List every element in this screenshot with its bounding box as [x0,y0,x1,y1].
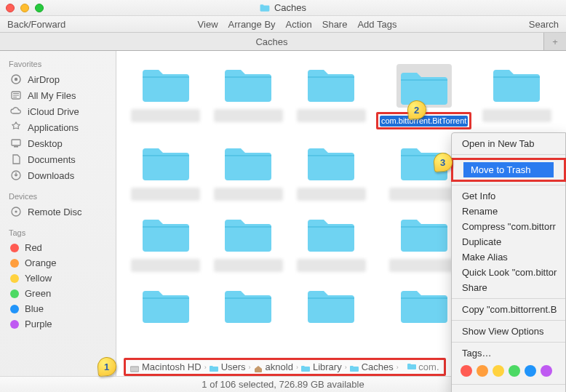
toolbar-arrange-by[interactable]: Arrange By [228,19,276,30]
path-segment[interactable]: aknold [266,361,293,372]
sidebar-item-label: Remote Disc [28,207,81,217]
folder-item[interactable] [211,143,287,201]
sidebar-item-all-my-files[interactable]: All My Files [0,87,116,103]
folder-icon [260,4,270,12]
annotation-box: Move to Trash [451,158,566,182]
sidebar-item-label: Applications [28,122,79,133]
menu-tags-row [452,361,565,381]
toolbar-share[interactable]: Share [322,19,348,30]
chevron-right-icon: › [396,364,399,371]
sidebar-item-icloud-drive[interactable]: iCloud Drive [0,103,116,119]
nav-back-forward[interactable]: Back/Forward [7,19,65,30]
toolbar: Back/Forward View Arrange By Action Shar… [0,16,566,33]
sidebar-item-applications[interactable]: Applications [0,119,116,135]
menu-share[interactable]: Share [452,280,565,295]
sidebar-tag-orange[interactable]: Orange [0,255,116,271]
folder-icon [210,364,218,371]
folder-item[interactable] [293,214,369,272]
toolbar-search[interactable]: Search [529,19,559,30]
folder-item[interactable] [211,64,287,129]
toolbar-view[interactable]: View [198,19,218,30]
sidebar-item-desktop[interactable]: Desktop [0,135,116,151]
zoom-window[interactable] [35,4,44,12]
remote-disc-icon [10,206,22,217]
tag-dot-icon [10,274,19,283]
folder-item[interactable] [479,64,554,129]
folder-icon [222,285,274,326]
close-window[interactable] [6,4,15,12]
folder-item[interactable] [211,285,287,326]
tag-color-swatch[interactable] [461,365,472,377]
folder-label-blurred [214,259,283,272]
folder-icon [398,285,450,326]
new-tab-button[interactable]: + [544,33,566,50]
tag-color-swatch[interactable] [477,365,488,377]
sidebar-item-remote-disc[interactable]: Remote Disc [0,204,116,220]
menu-services[interactable]: Services [452,388,565,392]
folder-item[interactable] [128,214,204,272]
tab-bar: Caches + [0,33,566,51]
sidebar-item-label: Red [25,242,42,253]
folder-item[interactable] [211,214,287,272]
path-segment[interactable]: Library [313,361,342,372]
menu-rename[interactable]: Rename [452,204,565,219]
chevron-right-icon: › [204,364,207,371]
menu-compress[interactable]: Compress "com.bittorr [452,219,565,234]
menu-copy[interactable]: Copy "com.bittorrent.B [452,302,565,317]
sidebar-item-label: Orange [25,257,56,268]
sidebar-item-documents[interactable]: Documents [0,151,116,167]
minimize-window[interactable] [20,4,29,12]
menu-show-view-options[interactable]: Show View Options [452,324,565,339]
sidebar-tag-yellow[interactable]: Yellow [0,271,116,286]
drive-icon [130,364,139,371]
sidebar-tag-blue[interactable]: Blue [0,301,116,316]
menu-tags-label: Tags… [452,345,565,361]
folder-item[interactable] [128,143,204,201]
sidebar: Favorites AirDrop All My Files iCloud Dr… [0,51,116,392]
folder-item[interactable] [128,64,204,129]
path-segment[interactable]: Users [221,361,246,372]
tag-color-swatch[interactable] [541,365,552,377]
menu-move-to-trash[interactable]: Move to Trash [463,162,554,177]
window-title-text: Caches [274,2,306,13]
context-menu: Open in New Tab Move to Trash Get Info R… [451,132,566,392]
tag-color-swatch[interactable] [493,365,504,377]
sidebar-item-label: Desktop [28,138,63,149]
folder-label-blurred [389,188,458,201]
tab-caches[interactable]: Caches [0,33,544,50]
path-segment[interactable]: Macintosh HD [142,361,202,372]
folder-icon [305,214,357,255]
tag-color-swatch[interactable] [509,365,520,377]
folder-label-blurred [131,188,200,201]
sidebar-item-airdrop[interactable]: AirDrop [0,71,116,87]
folder-item[interactable] [293,64,369,129]
folder-label-blurred [297,259,366,272]
folder-icon [301,364,310,371]
folder-label-blurred [131,109,200,122]
sidebar-tag-purple[interactable]: Purple [0,316,116,332]
toolbar-add-tags[interactable]: Add Tags [357,19,396,30]
folder-label-selected: com.bittorrent.BitTorrent [380,116,468,127]
menu-open-new-tab[interactable]: Open in New Tab [452,136,565,151]
menu-make-alias[interactable]: Make Alias [452,249,565,265]
folder-icon [140,214,192,255]
tag-dot-icon [10,259,19,268]
all-my-files-icon [10,89,22,101]
folder-item[interactable] [293,285,369,326]
folder-item-selected[interactable]: com.bittorrent.BitTorrent [376,64,471,129]
documents-icon [10,153,22,165]
menu-get-info[interactable]: Get Info [452,188,565,204]
path-segment-truncated[interactable]: com. [418,361,439,372]
folder-icon [140,285,192,326]
tag-color-swatch[interactable] [525,365,536,377]
folder-item[interactable] [293,143,369,201]
sidebar-tag-red[interactable]: Red [0,240,116,255]
toolbar-action[interactable]: Action [286,19,312,30]
menu-quick-look[interactable]: Quick Look "com.bittor [452,265,565,280]
sidebar-item-downloads[interactable]: Downloads [0,167,116,183]
menu-duplicate[interactable]: Duplicate [452,234,565,249]
home-icon [254,364,263,371]
sidebar-tag-green[interactable]: Green [0,286,116,301]
path-segment[interactable]: Caches [362,361,394,372]
folder-item[interactable] [128,285,204,326]
